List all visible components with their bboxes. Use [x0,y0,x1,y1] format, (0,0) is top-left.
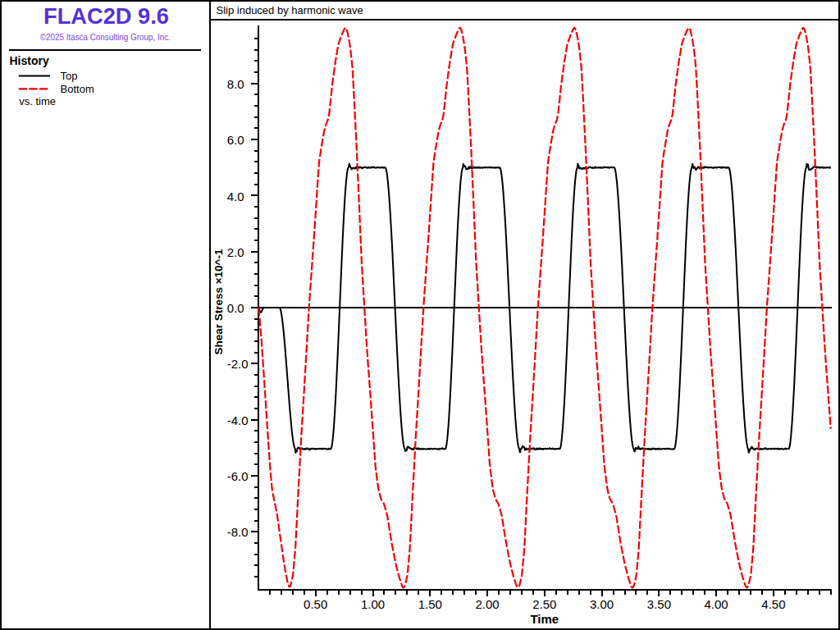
svg-text:8.0: 8.0 [227,77,244,91]
svg-text:History: History [10,54,49,67]
svg-text:4.00: 4.00 [704,597,728,611]
svg-text:0.0: 0.0 [227,301,244,315]
svg-text:©2025 Itasca Consulting Group,: ©2025 Itasca Consulting Group, Inc. [40,32,171,42]
svg-text:Time: Time [530,612,559,626]
svg-text:3.00: 3.00 [590,597,614,611]
svg-text:6.0: 6.0 [227,133,244,147]
svg-text:-4.0: -4.0 [227,413,249,427]
svg-text:Slip induced by harmonic wave: Slip induced by harmonic wave [217,4,363,16]
svg-text:4.50: 4.50 [761,597,785,611]
svg-text:2.0: 2.0 [227,245,244,259]
svg-text:-2.0: -2.0 [227,357,249,371]
svg-text:1.00: 1.00 [361,597,385,611]
svg-text:3.50: 3.50 [647,597,671,611]
svg-text:0.50: 0.50 [304,597,327,611]
svg-text:2.00: 2.00 [475,597,499,611]
svg-text:-8.0: -8.0 [227,525,249,539]
svg-text:FLAC2D 9.6: FLAC2D 9.6 [43,4,169,29]
svg-text:vs. time: vs. time [19,95,56,107]
svg-text:1.50: 1.50 [418,597,442,611]
svg-text:Top: Top [61,70,78,82]
svg-text:2.50: 2.50 [532,597,556,611]
svg-text:Bottom: Bottom [61,83,94,95]
svg-text:4.0: 4.0 [227,189,244,203]
svg-text:Shear Stress ×10^-1: Shear Stress ×10^-1 [212,249,225,355]
svg-text:-6.0: -6.0 [227,469,249,483]
